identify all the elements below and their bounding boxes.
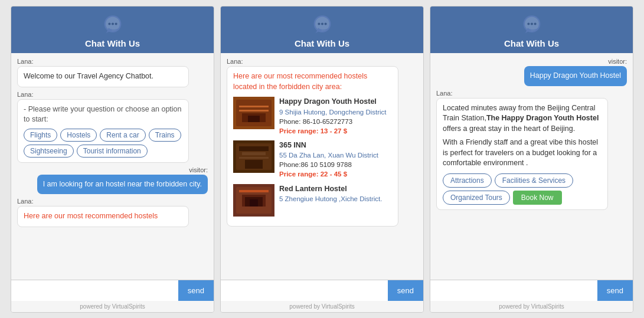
chat-widget-3: Chat With Us visitor: Happy Dragon Youth… [430,6,633,313]
svg-point-31 [531,23,533,25]
visitor-bubble-3: Happy Dragon Youth Hostel [524,66,627,86]
intro-bubble: Here are our most recommended hostels lo… [227,66,398,227]
chat-input-area-1: send [11,280,214,301]
svg-rect-20 [239,157,269,159]
lana-msg-1: Lana: Welcome to our Travel Agency Chatb… [17,58,208,87]
chat-header-3: Chat With Us [430,6,633,53]
hostel-info-1: Happy Dragon Youth Hostel 9 Shijia Huton… [279,97,392,136]
svg-point-2 [108,23,110,25]
svg-rect-18 [239,146,269,151]
desc-p1: Located minutes away from the Beijing Ce… [443,103,601,135]
svg-rect-11 [236,100,272,126]
chat-input-area-2: send [221,280,423,301]
lana-label-2: Lana: [17,91,208,98]
chat-messages-1: Lana: Welcome to our Travel Agency Chatb… [11,53,214,280]
hostel-img-3 [233,184,274,217]
chat-bubble-icon-2 [310,14,334,37]
action-buttons-group: Attractions Facilities & Services Organi… [443,173,601,205]
trains-btn[interactable]: Trains [149,129,181,142]
chat-bubble-icon-1 [101,14,125,37]
hostel-price-2: Price range: 22 - 45 $ [279,169,392,179]
chat-messages-3: visitor: Happy Dragon Youth Hostel Lana:… [430,53,633,280]
svg-point-30 [527,23,529,25]
svg-point-8 [321,23,323,25]
svg-point-4 [115,23,117,25]
facilities-btn[interactable]: Facilities & Services [495,173,573,188]
chat-input-3[interactable] [430,280,597,301]
chat-bubble-icon-3 [520,14,544,37]
send-btn-3[interactable]: send [597,280,633,301]
svg-rect-13 [239,110,269,112]
chat-widget-2: Chat With Us Lana: Here are our most rec… [220,6,424,313]
svg-rect-21 [245,160,263,169]
chat-input-2[interactable] [221,280,388,301]
welcome-bubble: Welcome to our Travel Agency Chatbot. [17,66,189,87]
chat-footer-1: powered by VirtualSpirits [11,301,214,312]
lana-intro-msg: Lana: Here are our most recommended host… [227,58,417,227]
sightseeing-btn[interactable]: Sightseeing [24,145,74,158]
hostel-price-1: Price range: 13 - 27 $ [279,126,392,136]
lana-description-msg: Lana: Located minutes away from the Beij… [436,90,627,210]
svg-rect-12 [239,106,269,107]
chat-title-1: Chat With Us [85,38,140,48]
hostel-item-2: 365 INN 55 Da Zha Lan, Xuan Wu District … [233,140,392,179]
lana-label-p3: Lana: [436,90,627,97]
flights-btn[interactable]: Flights [24,129,57,142]
rent-a-car-btn[interactable]: Rent a car [100,129,145,142]
svg-point-7 [318,23,320,25]
chat-messages-2: Lana: Here are our most recommended host… [221,53,423,280]
tourist-info-btn[interactable]: Tourist information [77,145,148,158]
svg-point-9 [324,23,326,25]
chat-widget-1: Chat With Us Lana: Welcome to our Travel… [11,6,214,313]
lana-label-3: Lana: [17,198,208,205]
send-btn-2[interactable]: send [388,280,423,301]
partial-bubble: Here are our most recommended hostels [17,206,189,227]
visitor-msg-row: visitor: I am looking for an hostel near… [17,166,208,195]
hostel-info-3: Red Lantern Hostel 5 Zhengiue Hutong ,Xi… [279,184,392,204]
chat-input-1[interactable] [11,280,178,301]
send-btn-1[interactable]: send [178,280,214,301]
chat-title-3: Chat With Us [504,38,559,48]
chat-footer-2: powered by VirtualSpirits [221,301,423,312]
hostel-img-1 [233,97,274,129]
lana-label-p2: Lana: [227,58,417,65]
visitor-msg-row-3: visitor: Happy Dragon Youth Hostel [436,58,627,86]
lana-partial-msg: Lana: Here are our most recommended host… [17,198,208,227]
svg-point-3 [112,23,114,25]
hostels-btn[interactable]: Hostels [60,129,97,142]
lana-options-msg: Lana: - Please write your question or ch… [17,91,208,163]
chat-header-1: Chat With Us [11,6,214,53]
svg-point-32 [534,23,536,25]
hostel-item-1: Happy Dragon Youth Hostel 9 Shijia Huton… [233,97,392,136]
svg-rect-15 [248,116,260,122]
hostel-item-3: Red Lantern Hostel 5 Zhengiue Hutong ,Xi… [233,184,392,217]
lana-label-1: Lana: [17,58,208,65]
hostel-img-2 [233,140,274,173]
chat-footer-3: powered by VirtualSpirits [430,301,633,312]
visitor-label-3: visitor: [608,58,627,65]
description-bubble: Located minutes away from the Beijing Ce… [436,98,608,210]
svg-rect-27 [250,199,258,206]
chat-title-2: Chat With Us [295,38,349,48]
options-bubble: - Please write your question or choose a… [17,99,189,163]
svg-rect-24 [239,190,269,192]
organized-tours-btn[interactable]: Organized Tours [443,191,510,205]
attractions-btn[interactable]: Attractions [443,173,492,188]
visitor-label-1: visitor: [189,166,208,173]
hostel-info-2: 365 INN 55 Da Zha Lan, Xuan Wu District … [279,140,392,179]
chat-header-2: Chat With Us [221,6,423,53]
option-buttons-group: Flights Hostels Rent a car Trains Sights… [24,129,182,158]
svg-rect-19 [242,152,266,155]
desc-p2: With a Friendly staff and a great vibe t… [443,137,601,169]
chat-input-area-3: send [430,280,633,301]
visitor-bubble-1: I am looking for an hostel near the forb… [37,175,208,195]
book-now-btn[interactable]: Book Now [513,191,562,205]
